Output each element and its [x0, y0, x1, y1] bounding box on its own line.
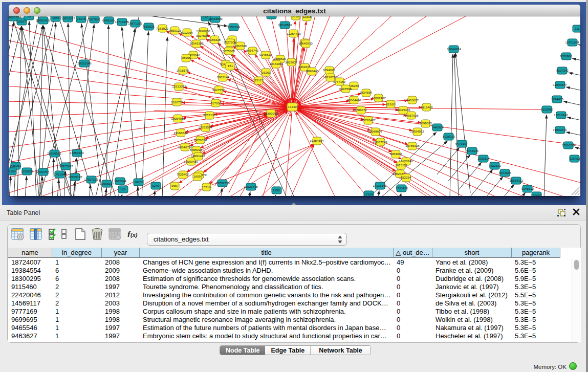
svg-text:6466160: 6466160 [102, 18, 115, 22]
svg-text:2933114: 2933114 [477, 157, 490, 160]
svg-text:17240: 17240 [288, 105, 297, 108]
svg-text:7163822: 7163822 [156, 27, 169, 30]
svg-text:9329966: 9329966 [560, 54, 573, 58]
svg-text:1615112: 1615112 [395, 163, 407, 167]
svg-text:9146821: 9146821 [259, 53, 272, 56]
svg-text:19654923: 19654923 [410, 129, 424, 133]
svg-text:20091406: 20091406 [36, 18, 50, 22]
svg-text:98965: 98965 [182, 56, 191, 59]
svg-text:14136141: 14136141 [373, 184, 387, 187]
svg-text:3267130: 3267130 [203, 113, 216, 117]
svg-text:9660123: 9660123 [169, 29, 182, 32]
svg-text:1065: 1065 [52, 16, 59, 19]
svg-text:15716: 15716 [202, 185, 211, 189]
svg-text:9327505: 9327505 [196, 34, 209, 37]
svg-text:17016504: 17016504 [561, 143, 576, 147]
svg-text:2942757: 2942757 [37, 170, 50, 173]
svg-text:8471676: 8471676 [499, 171, 512, 174]
svg-text:6479197: 6479197 [455, 142, 468, 145]
svg-text:(x): (x) [130, 232, 138, 238]
svg-text:10958107: 10958107 [100, 182, 114, 185]
svg-text:9084067: 9084067 [390, 152, 403, 156]
svg-text:15751074: 15751074 [565, 40, 579, 44]
svg-text:7625402: 7625402 [177, 172, 189, 176]
svg-text:20206516: 20206516 [47, 151, 61, 155]
svg-text:6497568: 6497568 [339, 87, 352, 91]
svg-text:62160: 62160 [386, 102, 395, 106]
svg-text:7515526: 7515526 [142, 25, 155, 28]
svg-text:9427552: 9427552 [212, 88, 225, 92]
svg-text:151: 151 [228, 64, 233, 68]
svg-text:7632621: 7632621 [489, 164, 502, 167]
svg-text:1092344: 1092344 [114, 179, 127, 183]
svg-text:165: 165 [120, 187, 126, 191]
svg-text:7386372: 7386372 [355, 108, 367, 112]
svg-text:111: 111 [575, 27, 580, 30]
svg-text:1588520: 1588520 [274, 57, 287, 60]
svg-text:8818: 8818 [292, 16, 299, 18]
svg-text:19: 19 [28, 16, 31, 18]
svg-text:16210722: 16210722 [323, 75, 337, 79]
svg-text:17334: 17334 [364, 192, 373, 196]
svg-text:9245612: 9245612 [521, 187, 534, 190]
svg-text:19756928: 19756928 [405, 144, 420, 147]
svg-text:10688609: 10688609 [368, 129, 382, 133]
svg-text:9990448: 9990448 [306, 69, 319, 73]
svg-text:8938923: 8938923 [443, 135, 455, 138]
svg-text:1527602: 1527602 [88, 17, 101, 21]
svg-text:12254419: 12254419 [287, 32, 301, 35]
svg-text:1156829: 1156829 [21, 169, 33, 173]
svg-text:1440954: 1440954 [431, 125, 444, 129]
svg-text:917006: 917006 [211, 101, 222, 105]
svg-text:12093877: 12093877 [553, 83, 567, 86]
svg-text:16091443: 16091443 [191, 154, 205, 158]
svg-text:16033809: 16033809 [208, 17, 223, 20]
svg-text:435051: 435051 [11, 164, 21, 167]
svg-text:10543382: 10543382 [189, 41, 204, 45]
svg-text:13353594: 13353594 [198, 125, 212, 129]
svg-text:12505135: 12505135 [68, 175, 82, 179]
svg-text:10653267: 10653267 [61, 16, 75, 20]
svg-text:9699695: 9699695 [420, 121, 432, 125]
svg-text:9463627: 9463627 [406, 98, 419, 102]
svg-text:14957926: 14957926 [404, 114, 419, 117]
svg-text:5215955: 5215955 [541, 107, 554, 111]
svg-text:116753: 116753 [570, 157, 580, 160]
svg-text:1244415: 1244415 [551, 97, 564, 101]
svg-text:12213363: 12213363 [172, 84, 186, 88]
svg-text:12318: 12318 [302, 16, 312, 18]
svg-text:18807249: 18807249 [373, 140, 387, 144]
svg-text:18300295: 18300295 [264, 112, 278, 115]
svg-text:17359924: 17359924 [70, 151, 84, 155]
svg-text:17957225: 17957225 [84, 178, 98, 181]
svg-text:2718170: 2718170 [177, 69, 189, 72]
svg-text:15122: 15122 [254, 78, 264, 82]
svg-text:2803144: 2803144 [217, 75, 230, 79]
svg-text:18640910: 18640910 [298, 41, 313, 45]
svg-text:10654112: 10654112 [509, 179, 524, 182]
svg-text:145194: 145194 [54, 172, 65, 176]
svg-text:19384554: 19384554 [310, 139, 324, 142]
svg-text:9657: 9657 [171, 184, 179, 187]
svg-text:8912954: 8912954 [181, 31, 193, 34]
svg-text:252254: 252254 [401, 176, 411, 179]
svg-text:1292: 1292 [273, 188, 280, 192]
svg-text:1010755: 1010755 [171, 100, 184, 104]
svg-text:10807487: 10807487 [372, 96, 386, 100]
svg-text:3824554: 3824554 [360, 91, 373, 94]
svg-text:9327508: 9327508 [224, 40, 236, 44]
svg-text:19054985: 19054985 [171, 117, 185, 120]
svg-text:3822037: 3822037 [285, 60, 298, 64]
svg-text:39154: 39154 [9, 169, 16, 173]
svg-text:12162011: 12162011 [269, 62, 284, 65]
svg-text:92450: 92450 [532, 193, 541, 196]
svg-text:16782759: 16782759 [215, 181, 230, 185]
svg-text:8498222: 8498222 [190, 148, 203, 151]
svg-text:9474444: 9474444 [466, 149, 479, 152]
svg-text:6794028: 6794028 [323, 68, 336, 72]
svg-text:2367608: 2367608 [234, 44, 247, 48]
svg-text:10719155: 10719155 [115, 20, 129, 24]
svg-text:7357224: 7357224 [228, 25, 241, 29]
svg-text:20364436: 20364436 [347, 98, 361, 102]
svg-text:16671355: 16671355 [128, 21, 142, 25]
